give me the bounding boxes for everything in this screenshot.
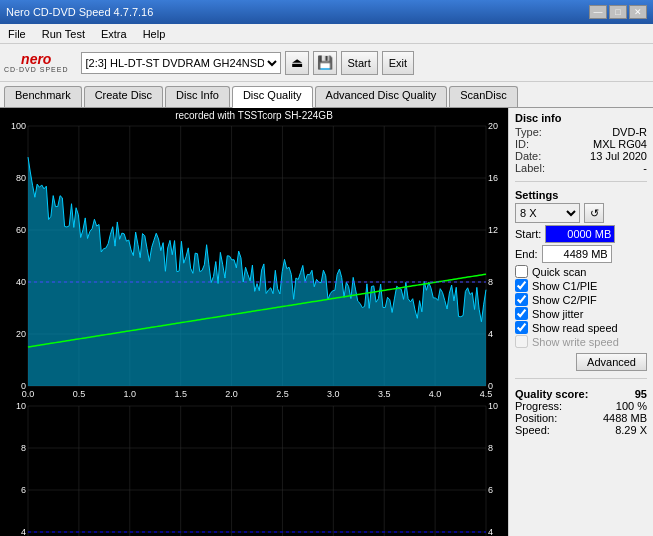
settings-section: Settings 8 X ↺ Start: End: Quick scan xyxy=(515,189,647,371)
menu-bar: File Run Test Extra Help xyxy=(0,24,653,44)
quick-scan-checkbox[interactable] xyxy=(515,265,528,278)
logo: nero CD·DVD SPEED xyxy=(4,52,69,73)
speed-selector[interactable]: 8 X xyxy=(515,203,580,223)
end-row: End: xyxy=(515,245,647,263)
quality-score-label: Quality score: xyxy=(515,388,588,400)
divider-2 xyxy=(515,378,647,379)
lower-chart xyxy=(0,402,508,536)
position-label: Position: xyxy=(515,412,557,424)
speed-value: 8.29 X xyxy=(615,424,647,436)
tab-benchmark[interactable]: Benchmark xyxy=(4,86,82,107)
charts-container: recorded with TSSTcorp SH-224GB xyxy=(0,108,508,536)
quality-score-value: 95 xyxy=(635,388,647,400)
logo-sub: CD·DVD SPEED xyxy=(4,66,69,73)
position-row: Position: 4488 MB xyxy=(515,412,647,424)
tab-disc-info[interactable]: Disc Info xyxy=(165,86,230,107)
close-button[interactable]: ✕ xyxy=(629,5,647,19)
end-input[interactable] xyxy=(542,245,612,263)
show-write-speed-label: Show write speed xyxy=(532,336,619,348)
disc-id-value: MXL RG04 xyxy=(593,138,647,150)
show-read-speed-label: Show read speed xyxy=(532,322,618,334)
start-label: Start: xyxy=(515,228,541,240)
show-c1pie-label: Show C1/PIE xyxy=(532,280,597,292)
chart-title: recorded with TSSTcorp SH-224GB xyxy=(0,110,508,121)
show-read-speed-checkbox[interactable] xyxy=(515,321,528,334)
tab-scan-disc[interactable]: ScanDisc xyxy=(449,86,517,107)
position-value: 4488 MB xyxy=(603,412,647,424)
disc-info-section: Disc info Type: DVD-R ID: MXL RG04 Date:… xyxy=(515,112,647,174)
logo-nero: nero xyxy=(21,52,51,66)
title-bar: Nero CD-DVD Speed 4.7.7.16 — □ ✕ xyxy=(0,0,653,24)
divider-1 xyxy=(515,181,647,182)
upper-chart xyxy=(0,108,508,402)
show-c2pif-checkbox[interactable] xyxy=(515,293,528,306)
speed-label: Speed: xyxy=(515,424,550,436)
quality-score-row: Quality score: 95 xyxy=(515,388,647,400)
disc-type-label: Type: xyxy=(515,126,542,138)
start-button[interactable]: Start xyxy=(341,51,378,75)
show-c2pif-row: Show C2/PIF xyxy=(515,293,647,306)
disc-info-title: Disc info xyxy=(515,112,647,124)
start-row: Start: xyxy=(515,225,647,243)
eject-icon[interactable]: ⏏ xyxy=(285,51,309,75)
quick-scan-row: Quick scan xyxy=(515,265,647,278)
show-write-speed-checkbox[interactable] xyxy=(515,335,528,348)
tab-advanced-disc-quality[interactable]: Advanced Disc Quality xyxy=(315,86,448,107)
menu-run-test[interactable]: Run Test xyxy=(38,27,89,41)
chart-wrapper: recorded with TSSTcorp SH-224GB PI Error… xyxy=(0,108,508,536)
progress-value: 100 % xyxy=(616,400,647,412)
menu-help[interactable]: Help xyxy=(139,27,170,41)
refresh-icon[interactable]: ↺ xyxy=(584,203,604,223)
start-input[interactable] xyxy=(545,225,615,243)
progress-label: Progress: xyxy=(515,400,562,412)
show-write-speed-row: Show write speed xyxy=(515,335,647,348)
tab-disc-quality[interactable]: Disc Quality xyxy=(232,86,313,108)
disc-date-value: 13 Jul 2020 xyxy=(590,150,647,162)
show-jitter-checkbox[interactable] xyxy=(515,307,528,320)
show-read-speed-row: Show read speed xyxy=(515,321,647,334)
quick-scan-label: Quick scan xyxy=(532,266,586,278)
save-icon[interactable]: 💾 xyxy=(313,51,337,75)
menu-extra[interactable]: Extra xyxy=(97,27,131,41)
speed-row: Speed: 8.29 X xyxy=(515,424,647,436)
show-c2pif-label: Show C2/PIF xyxy=(532,294,597,306)
disc-date-row: Date: 13 Jul 2020 xyxy=(515,150,647,162)
menu-file[interactable]: File xyxy=(4,27,30,41)
tab-create-disc[interactable]: Create Disc xyxy=(84,86,163,107)
settings-title: Settings xyxy=(515,189,647,201)
show-c1pie-row: Show C1/PIE xyxy=(515,279,647,292)
disc-id-row: ID: MXL RG04 xyxy=(515,138,647,150)
maximize-button[interactable]: □ xyxy=(609,5,627,19)
drive-selector[interactable]: [2:3] HL-DT-ST DVDRAM GH24NSD0 LH00 xyxy=(81,52,281,74)
window-controls: — □ ✕ xyxy=(589,5,647,19)
progress-row: Progress: 100 % xyxy=(515,400,647,412)
show-c1pie-checkbox[interactable] xyxy=(515,279,528,292)
toolbar: nero CD·DVD SPEED [2:3] HL-DT-ST DVDRAM … xyxy=(0,44,653,82)
disc-label-row: Label: - xyxy=(515,162,647,174)
disc-type-value: DVD-R xyxy=(612,126,647,138)
quality-section: Quality score: 95 Progress: 100 % Positi… xyxy=(515,386,647,436)
disc-id-label: ID: xyxy=(515,138,529,150)
tabs-bar: Benchmark Create Disc Disc Info Disc Qua… xyxy=(0,82,653,108)
end-label: End: xyxy=(515,248,538,260)
minimize-button[interactable]: — xyxy=(589,5,607,19)
main-content: recorded with TSSTcorp SH-224GB PI Error… xyxy=(0,108,653,536)
disc-date-label: Date: xyxy=(515,150,541,162)
show-jitter-row: Show jitter xyxy=(515,307,647,320)
app-title: Nero CD-DVD Speed 4.7.7.16 xyxy=(6,6,153,18)
disc-type-row: Type: DVD-R xyxy=(515,126,647,138)
show-jitter-label: Show jitter xyxy=(532,308,583,320)
disc-label-value: - xyxy=(643,162,647,174)
disc-label-label: Label: xyxy=(515,162,545,174)
sidebar: Disc info Type: DVD-R ID: MXL RG04 Date:… xyxy=(508,108,653,536)
advanced-button[interactable]: Advanced xyxy=(576,353,647,371)
speed-row: 8 X ↺ xyxy=(515,203,647,223)
exit-button[interactable]: Exit xyxy=(382,51,414,75)
